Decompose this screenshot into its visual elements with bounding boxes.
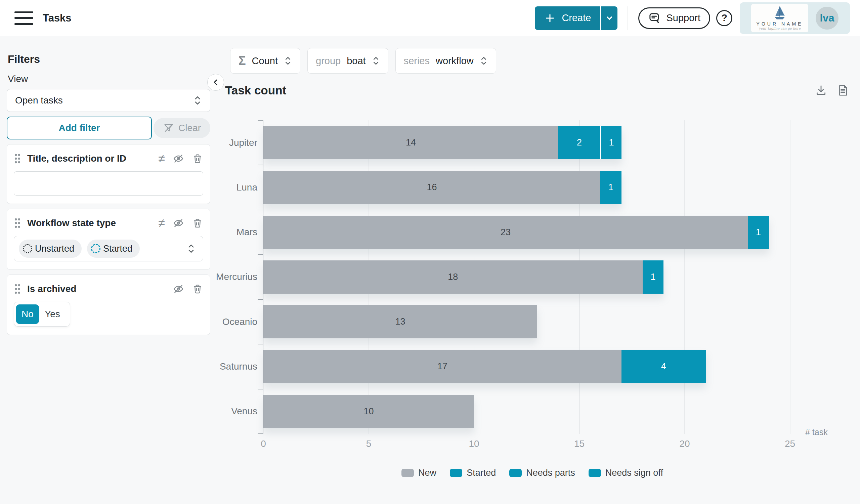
- bar-segment-started[interactable]: 2: [558, 126, 600, 159]
- group-select[interactable]: group boat: [307, 48, 388, 74]
- chart-tools: [814, 84, 849, 97]
- main-content: Σ Count group boat series workflow: [215, 36, 860, 504]
- chevron-updown-icon: [187, 243, 196, 254]
- trash-icon[interactable]: [192, 153, 203, 164]
- create-dropdown-button[interactable]: [601, 6, 617, 30]
- series-select[interactable]: series workflow: [396, 48, 496, 74]
- eye-off-icon[interactable]: [172, 153, 184, 164]
- create-split-button: Create: [535, 6, 617, 30]
- toggle-no-button[interactable]: No: [16, 304, 39, 324]
- not-equal-icon[interactable]: ≠: [158, 153, 165, 164]
- filter-card-title-description: Title, description or ID ≠: [7, 144, 210, 204]
- x-axis-tick-label: 15: [574, 438, 585, 449]
- legend-swatch: [509, 469, 522, 477]
- bar-segment-new[interactable]: 18: [263, 260, 643, 294]
- bar-segment-new[interactable]: 13: [263, 305, 537, 339]
- chart-area: 0510152025Jupiter1421Luna161Mars231Mercu…: [215, 97, 860, 504]
- legend-label: New: [418, 468, 436, 478]
- chip-unstarted[interactable]: Unstarted: [19, 240, 82, 258]
- category-label: Luna: [236, 182, 257, 193]
- chip-started[interactable]: Started: [87, 240, 140, 258]
- category-label: Venus: [231, 406, 257, 417]
- filters-sidebar: Filters View Open tasks Add filter Clear…: [0, 36, 215, 504]
- drag-handle-icon[interactable]: [14, 153, 21, 164]
- view-label: View: [8, 74, 210, 84]
- help-button[interactable]: ?: [716, 10, 732, 26]
- report-document-icon[interactable]: [836, 84, 849, 97]
- category-label: Oceanio: [223, 317, 257, 327]
- workflow-state-select[interactable]: Unstarted Started: [14, 236, 203, 261]
- is-archived-toggle: No Yes: [14, 302, 70, 327]
- view-select-value: Open tasks: [15, 95, 63, 106]
- bar-segment-started[interactable]: 1: [748, 216, 769, 249]
- stacked-bar[interactable]: 231: [263, 216, 769, 249]
- stacked-bar[interactable]: 174: [263, 350, 706, 383]
- clear-filters-button[interactable]: Clear: [154, 118, 210, 138]
- chart-row: Venus10: [263, 389, 802, 434]
- stacked-bar[interactable]: 10: [263, 395, 474, 428]
- bar-segment-needs-parts[interactable]: 1: [600, 126, 621, 159]
- chevron-updown-icon: [284, 55, 292, 66]
- app-body: Filters View Open tasks Add filter Clear…: [0, 36, 860, 504]
- create-button[interactable]: Create: [535, 6, 600, 30]
- bar-segment-started[interactable]: 4: [621, 350, 706, 383]
- chart-header: Task count: [225, 84, 849, 97]
- aggregate-value: Count: [252, 55, 278, 67]
- sidebar-collapse-button[interactable]: [207, 74, 224, 91]
- chart-title: Task count: [225, 84, 286, 97]
- topbar-divider: [628, 6, 628, 30]
- category-label: Mars: [236, 227, 257, 237]
- eye-off-icon[interactable]: [172, 283, 184, 295]
- support-button[interactable]: Support: [638, 8, 710, 29]
- x-axis-title: # task: [805, 427, 828, 437]
- legend-item[interactable]: Started: [450, 468, 496, 478]
- chevron-down-icon: [605, 14, 614, 23]
- stacked-bar[interactable]: 161: [263, 171, 621, 204]
- legend-item[interactable]: Needs sign off: [589, 468, 663, 478]
- chart-row: Mercurius181: [263, 255, 802, 299]
- stacked-bar[interactable]: 13: [263, 305, 537, 339]
- chip-label: Unstarted: [35, 244, 74, 254]
- stacked-bar[interactable]: 1421: [263, 126, 621, 159]
- legend-item[interactable]: New: [401, 468, 436, 478]
- toggle-yes-button[interactable]: Yes: [39, 304, 66, 324]
- bar-segment-new[interactable]: 16: [263, 171, 600, 204]
- hamburger-menu-icon[interactable]: [14, 11, 33, 25]
- chevron-updown-icon: [372, 55, 380, 66]
- avatar[interactable]: Iva: [816, 7, 838, 30]
- help-question-mark: ?: [721, 12, 727, 24]
- legend-label: Needs sign off: [605, 468, 663, 478]
- sigma-icon: Σ: [239, 54, 246, 68]
- legend-item[interactable]: Needs parts: [509, 468, 575, 478]
- bar-segment-new[interactable]: 14: [263, 126, 558, 159]
- trash-icon[interactable]: [192, 217, 203, 229]
- bar-segment-started[interactable]: 1: [643, 260, 664, 294]
- aggregate-select[interactable]: Σ Count: [230, 48, 300, 74]
- drag-handle-icon[interactable]: [14, 283, 21, 295]
- download-icon[interactable]: [814, 84, 828, 97]
- not-equal-icon[interactable]: ≠: [158, 217, 165, 229]
- legend-swatch: [450, 469, 462, 477]
- bar-segment-new[interactable]: 17: [263, 350, 621, 383]
- legend-swatch: [589, 469, 601, 477]
- stacked-bar[interactable]: 181: [263, 260, 663, 294]
- title-filter-input[interactable]: [14, 171, 203, 196]
- funnel-off-icon: [163, 122, 174, 134]
- filter-card-header: Is archived: [14, 283, 203, 295]
- drag-handle-icon[interactable]: [14, 217, 21, 229]
- chart-row: Mars231: [263, 210, 802, 255]
- filter-title: Is archived: [27, 284, 166, 294]
- y-axis-tick: [258, 433, 263, 434]
- bar-segment-new[interactable]: 10: [263, 395, 474, 428]
- eye-off-icon[interactable]: [172, 217, 184, 229]
- account-box[interactable]: YOUR NAME your tagline can go here Iva: [740, 2, 850, 34]
- x-axis-tick-label: 5: [366, 438, 372, 449]
- view-select[interactable]: Open tasks: [7, 89, 210, 112]
- trash-icon[interactable]: [192, 283, 203, 295]
- bar-segment-started[interactable]: 1: [600, 171, 621, 204]
- group-value: boat: [347, 55, 366, 67]
- started-state-icon: [91, 244, 100, 253]
- bar-segment-new[interactable]: 23: [263, 216, 748, 249]
- add-filter-button[interactable]: Add filter: [7, 117, 152, 140]
- y-axis-tick: [258, 299, 263, 300]
